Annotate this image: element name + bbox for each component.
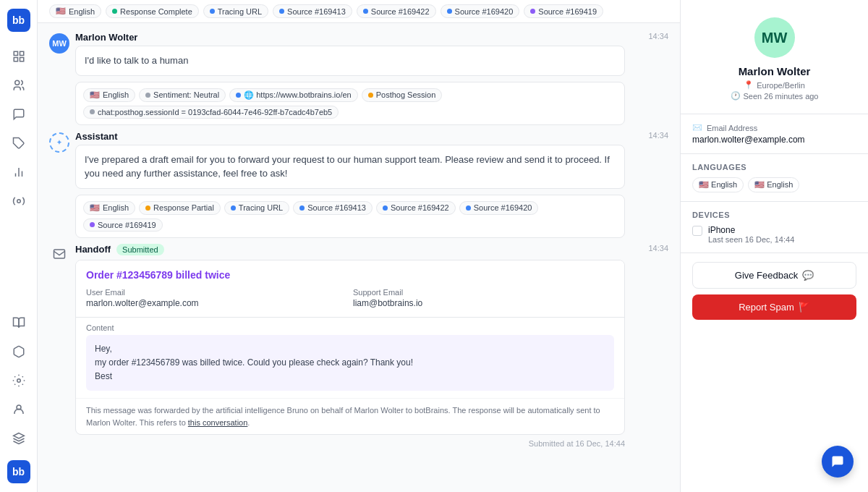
chat-scroll[interactable]: MW Marlon Wolter I'd like to talk to a h…	[38, 23, 680, 492]
tag-tracing-url-msg2: Tracing URL	[224, 201, 289, 215]
device-checkbox[interactable]	[692, 226, 702, 236]
tag-source-169419-top: Source #169419	[524, 4, 603, 18]
profile-seen: 🕐 Seen 26 minutes ago	[731, 91, 819, 101]
handoff-header: Handoff Submitted	[75, 244, 625, 255]
handoff-support-email-label: Support Email	[353, 288, 614, 297]
profile-email-section: ✉️ Email Address marlon.wolter@example.c…	[681, 114, 868, 154]
handoff-support-email-value: liam@botbrains.io	[353, 298, 614, 308]
bottom-logo[interactable]: bb	[7, 460, 30, 483]
svg-rect-0	[14, 51, 17, 55]
logo[interactable]: bb	[7, 9, 30, 32]
msg2-time: 14:34	[648, 131, 668, 140]
handoff-content: Handoff Submitted Order #123456789 bille…	[75, 244, 668, 450]
handoff-user-email-field: User Email marlon.wolter@example.com	[86, 288, 347, 308]
devices-section: Devices iPhone Last seen 16 Dec, 14:44	[681, 202, 868, 253]
handoff-time: 14:34	[648, 244, 668, 253]
feedback-icon: 💬	[802, 270, 814, 281]
svg-rect-13	[54, 250, 65, 258]
profile-avatar: MW	[754, 17, 795, 58]
handoff-card-header: Order #123456789 billed twice User Email…	[76, 260, 624, 318]
handoff-user-email-value: marlon.wolter@example.com	[86, 298, 347, 308]
lang-tag-1: 🇺🇸 English	[692, 177, 744, 192]
sidebar-icon-book[interactable]	[6, 310, 32, 336]
spam-icon: 🚩	[799, 302, 810, 313]
tag-posthog-id: chat:posthog.sessionId = 0193cfad-6044-7…	[83, 106, 339, 119]
sidebar-icon-grid[interactable]	[6, 43, 32, 69]
svg-rect-1	[20, 51, 23, 55]
tag-posthog-session: Posthog Session	[362, 88, 443, 102]
profile-email-value: marlon.wolter@example.com	[692, 135, 856, 145]
handoff-block: Handoff Submitted Order #123456789 bille…	[49, 244, 668, 450]
msg-bubble-user1: I'd like to talk to a human	[75, 46, 625, 76]
device-info: iPhone Last seen 16 Dec, 14:44	[708, 225, 794, 244]
device-name: iPhone	[708, 225, 794, 235]
tag-source-169420-top: Source #169420	[441, 4, 520, 18]
svg-point-9	[17, 200, 20, 203]
report-spam-button[interactable]: Report Spam 🚩	[692, 294, 856, 320]
handoff-footer-link[interactable]: this conversation	[188, 418, 248, 427]
msg-content-user1: Marlon Wolter I'd like to talk to a huma…	[75, 32, 668, 125]
message-assistant: ✦ Assistant I've prepared a draft email …	[49, 131, 668, 238]
sidebar-icon-chart[interactable]	[6, 159, 32, 185]
handoff-content-label: Content	[76, 318, 624, 335]
sidebar-icon-box[interactable]	[6, 339, 32, 365]
sidebar-icon-settings1[interactable]	[6, 188, 32, 214]
msg-sender-assistant: Assistant	[75, 131, 625, 142]
languages-label: Languages	[692, 163, 856, 171]
tag-source-169420-msg2: Source #169420	[459, 201, 539, 215]
tag-source-169422-msg2: Source #169422	[376, 201, 456, 215]
profile-section: MW Marlon Wolter 📍 Europe/Berlin 🕐 Seen …	[681, 0, 868, 114]
handoff-submitted-time: Submitted at 16 Dec, 14:44	[75, 435, 625, 449]
location-icon: 📍	[744, 80, 754, 90]
sidebar-icon-users[interactable]	[6, 72, 32, 98]
handoff-label: Handoff	[75, 244, 111, 255]
sidebar-icon-person[interactable]	[6, 396, 32, 423]
tag-response-complete: Response Complete	[106, 4, 199, 18]
svg-marker-12	[13, 433, 24, 439]
tag-source-169413-top: Source #169413	[273, 4, 352, 18]
msg-sender-marlon: Marlon Wolter	[75, 32, 625, 43]
email-icon: ✉️	[692, 123, 702, 132]
msg-bubble-assistant: I've prepared a draft email for you to f…	[75, 145, 625, 189]
languages-section: Languages 🇺🇸 English 🇺🇸 English	[681, 154, 868, 202]
tag-source-169419-msg2: Source #169419	[83, 219, 163, 232]
profile-email-label: ✉️ Email Address	[692, 123, 856, 132]
svg-point-4	[14, 80, 19, 85]
handoff-user-email-label: User Email	[86, 288, 347, 297]
tag-english-top: 🇺🇸 English	[49, 4, 101, 18]
device-seen: Last seen 16 Dec, 14:44	[708, 235, 794, 244]
sidebar-icon-tag[interactable]	[6, 130, 32, 156]
tag-source-169413-msg2: Source #169413	[293, 201, 373, 215]
handoff-card: Order #123456789 billed twice User Email…	[75, 260, 625, 436]
tag-source-169422-top: Source #169422	[357, 4, 436, 18]
handoff-submitted-badge: Submitted	[116, 244, 164, 255]
give-feedback-button[interactable]: Give Feedback 💬	[692, 262, 856, 289]
profile-name: Marlon Wolter	[739, 65, 811, 77]
sidebar-icon-layers[interactable]	[6, 425, 32, 451]
message-marlon-1: MW Marlon Wolter I'd like to talk to a h…	[49, 32, 668, 125]
top-tags-strip: 🇺🇸 English Response Complete Tracing URL…	[38, 0, 680, 23]
sidebar: bb bb	[0, 0, 38, 492]
floating-chat-button[interactable]	[822, 446, 854, 478]
msg1-time: 14:34	[648, 32, 668, 41]
tag-botbrains-url: 🌐 https://www.botbrains.io/en	[229, 88, 358, 102]
svg-rect-2	[14, 58, 17, 62]
sidebar-icon-gear[interactable]	[6, 368, 32, 394]
sidebar-icon-chat[interactable]	[6, 101, 32, 127]
tag-tracing-url-top: Tracing URL	[203, 4, 268, 18]
tag-english-msg1: 🇺🇸 English	[83, 88, 135, 102]
msg1-tags: 🇺🇸 English Sentiment: Neutral 🌐 https://…	[75, 82, 625, 125]
clock-icon: 🕐	[731, 91, 741, 101]
msg2-tags: 🇺🇸 English Response Partial Tracing URL …	[75, 195, 625, 238]
avatar-assistant: ✦	[49, 132, 69, 153]
tag-response-partial: Response Partial	[139, 201, 221, 215]
handoff-fields: User Email marlon.wolter@example.com Sup…	[86, 288, 614, 308]
msg-content-assistant: Assistant I've prepared a draft email fo…	[75, 131, 668, 238]
handoff-support-email-field: Support Email liam@botbrains.io	[353, 288, 614, 308]
devices-label: Devices	[692, 211, 856, 219]
tag-english-msg2: 🇺🇸 English	[83, 201, 135, 215]
avatar-marlon: MW	[49, 33, 69, 54]
handoff-footer: This message was forwarded by the artifi…	[76, 398, 624, 434]
handoff-email-body: Hey, my order #123456789 was billed twic…	[86, 335, 614, 391]
handoff-icon	[49, 244, 69, 264]
